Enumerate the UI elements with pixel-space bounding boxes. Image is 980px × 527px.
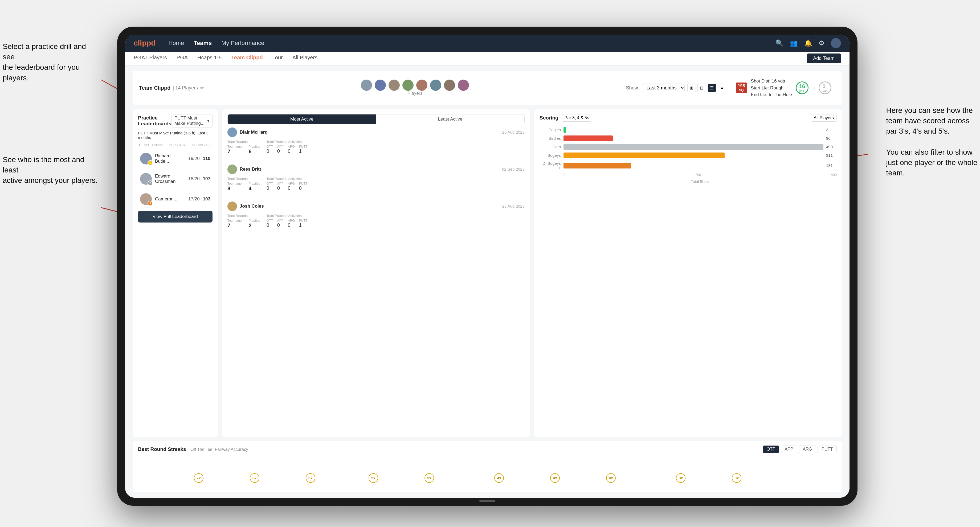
dbogeys-bar [563,163,631,168]
view-grid-small[interactable]: ⊟ [697,84,706,92]
streak-filter-putt[interactable]: PUTT [818,446,837,453]
total-rounds-label: Total Rounds [228,140,260,144]
search-icon[interactable]: 🔍 [775,40,783,47]
pars-bar-container [563,144,823,150]
nav-teams[interactable]: Teams [194,40,212,46]
ap-stats-1: Total Rounds Tournament 7 Practice 6 [228,140,525,155]
lb-avg-3: 103 [203,197,210,202]
shot-connector: → [811,85,816,91]
streak-dot-10[interactable]: 3x [732,473,741,483]
player-avatar-6[interactable] [430,79,441,91]
lb-player-1[interactable]: 1 Richard Butle... 19/20 110 [138,150,213,167]
score-row-pars: Pars 499 [539,144,837,150]
birdies-bar [563,135,613,141]
dbogeys-value: 131 [826,163,837,168]
streak-filter-ott[interactable]: OTT [763,446,779,453]
ap-date-3: 26 Aug 2023 [502,204,525,208]
settings-icon[interactable]: ⚙ [819,40,824,47]
lb-score-3: 17/20 [188,197,200,202]
sub-nav: PGAT Players PGA Hcaps 1-5 Team Clippd T… [125,52,850,65]
ap-stats-2: Total Rounds Tournament 8 Practice 4 [228,177,525,192]
tablet-home-button[interactable] [479,500,495,502]
total-rounds-group: Total Rounds Tournament 7 Practice 6 [228,140,260,155]
nav-home[interactable]: Home [168,40,184,46]
sub-nav-hcaps[interactable]: Hcaps 1-5 [197,55,221,62]
streak-dot-9[interactable]: 3x [676,473,686,483]
top-nav: clippd Home Teams My Performance 🔍 👥 🔔 ⚙ [125,35,850,52]
player-avatar-3[interactable] [388,79,400,91]
streak-dot-5[interactable]: 5x [425,473,434,483]
leaderboard-subtitle: PUTT Must Make Putting (3-6 ft), Last 3 … [138,131,213,140]
edit-icon[interactable]: ✏ [200,85,204,91]
streak-dot-circle-7: 4x [550,473,560,483]
streak-dot-8[interactable]: 4x [606,473,616,483]
sub-nav-all-players[interactable]: All Players [293,55,317,62]
player-avatar-1[interactable] [361,79,372,91]
annotation-active-players: See who is the most and leastactive amon… [3,154,99,186]
shot-card: 198 SQ Shot Dist: 16 yds Start Lie: Roug… [732,75,836,102]
sub-nav-pga[interactable]: PGA [177,55,188,62]
streak-dot-circle-2: 6x [250,473,259,483]
arg-val-2: 0 [288,186,295,191]
scoring-header: Scoring Par 3, 4 & 5s All Players [539,114,837,122]
shot-circles: 16 yds → 0 yds [796,81,831,94]
dbogeys-bar-container [563,163,823,168]
ott-group-1: OTT 0 [267,145,273,154]
streak-chart: 7x 6x 6x 5x [138,456,837,488]
view-list[interactable]: ☰ [708,84,716,92]
bell-icon[interactable]: 🔔 [804,40,812,47]
streak-dot-circle-9: 3x [676,473,686,483]
streak-dot-4[interactable]: 5x [369,473,378,483]
drill-dropdown[interactable]: PUTT Must Make Putting... ▾ [172,114,213,127]
ott-val-3: 0 [267,222,273,228]
streak-filter-app[interactable]: APP [781,446,797,453]
lb-avatar-3: 3 [140,193,152,205]
streak-dot-2[interactable]: 6x [250,473,259,483]
view-other[interactable]: ≡ [718,84,726,92]
add-team-button[interactable]: Add Team [807,54,841,63]
streak-subtitle: Off The Tee, Fairway Accuracy [190,447,248,452]
player-avatar-2[interactable] [375,79,386,91]
streak-dot-1[interactable]: 7x [194,473,204,483]
tab-most-active[interactable]: Most Active [228,114,376,124]
par-filter[interactable]: Par 3, 4 & 5s [562,114,592,122]
player-avatar-7[interactable] [444,79,455,91]
player-filter[interactable]: All Players [811,114,837,122]
app-group-1: APP 0 [277,145,284,154]
annotation-practice-drill: Select a practice drill and seethe leade… [3,41,99,83]
ap-stats-3: Total Rounds Tournament 7 Practice 2 [228,214,525,229]
nav-my-performance[interactable]: My Performance [221,40,264,46]
tab-least-active[interactable]: Least Active [376,114,524,124]
sub-nav-team-clippd[interactable]: Team Clippd [231,55,263,62]
player-avatar-5[interactable] [416,79,428,91]
score-row-dbogeys: D. Bogeys + 131 [539,161,837,170]
user-avatar[interactable] [831,38,841,48]
score-axis-title: Total Shots [539,179,837,184]
ap-date-2: 02 Sep 2023 [502,167,525,171]
scoring-chart: Eagles 3 Birdies 96 [539,125,837,433]
team-count: | 14 Players [173,85,198,91]
view-grid-large[interactable]: ⊞ [687,84,696,92]
streak-dot-3[interactable]: 6x [306,473,315,483]
sub-nav-tour[interactable]: Tour [272,55,283,62]
sub-nav-pgat[interactable]: PGAT Players [134,55,167,62]
putt-group-1: PUTT 1 [299,145,307,154]
score-row-birdies: Birdies 96 [539,135,837,141]
lb-player-2[interactable]: 2 Edward Crossman 18/20 107 [138,170,213,187]
people-icon[interactable]: 👥 [790,40,798,47]
streak-filter-arg[interactable]: ARG [799,446,816,453]
lb-player-3[interactable]: 3 Cameron... 17/20 103 [138,190,213,208]
activity-player-2: Rees Britt 02 Sep 2023 Total Rounds Tour… [228,165,525,195]
practice-val-3: 2 [248,222,260,229]
streak-dot-6[interactable]: 4x [494,473,504,483]
streak-dot-circle-8: 4x [606,473,616,483]
arg-group-1: ARG 0 [288,145,295,154]
ott-val-1: 0 [267,149,273,154]
view-leaderboard-button[interactable]: View Full Leaderboard [138,211,213,222]
streak-dot-7[interactable]: 4x [550,473,560,483]
streak-header: Best Round Streaks Off The Tee, Fairway … [138,446,837,453]
player-avatar-4[interactable] [402,79,414,91]
streak-dot-circle-1: 7x [194,473,204,483]
show-dropdown[interactable]: Last 3 months [642,84,685,92]
player-avatar-8[interactable] [458,79,469,91]
